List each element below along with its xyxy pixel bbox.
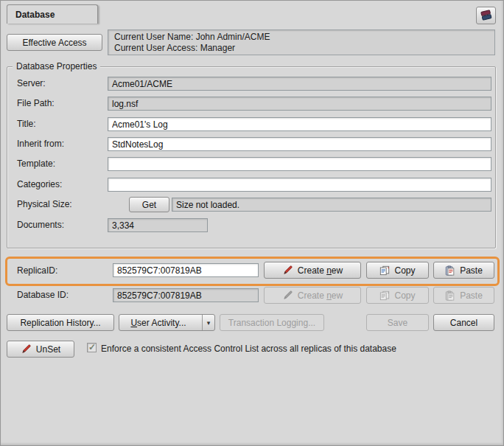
group-title: Database Properties (13, 61, 100, 72)
replica-create-new-button[interactable]: Create new (264, 262, 361, 279)
copy-icon (379, 290, 390, 301)
enforce-acl-label: Enforce a consistent Access Control List… (101, 344, 396, 354)
database-id-label: Database ID: (17, 290, 69, 300)
paste-label: Paste (460, 265, 483, 276)
replica-paste-button[interactable]: Paste (433, 262, 494, 279)
copy-label: Copy (394, 290, 415, 301)
copy-icon (379, 265, 390, 276)
transaction-logging-button: Transaction Logging... (220, 314, 324, 331)
current-user-name: Current User Name: John Admin/ACME (114, 32, 489, 43)
replica-id-label: ReplicaID: (17, 265, 57, 276)
cancel-label: Cancel (450, 318, 477, 328)
effective-access-button[interactable]: Effective Access (7, 34, 102, 51)
replication-history-label: Replication History... (20, 318, 100, 328)
replica-id-input[interactable] (113, 263, 259, 277)
properties-icon-button[interactable] (476, 7, 496, 24)
title-input[interactable] (108, 117, 491, 131)
pen-icon (282, 265, 293, 276)
pen-icon (21, 344, 32, 355)
create-new-label: Create new (298, 290, 343, 301)
enforce-acl-checkbox[interactable] (87, 343, 97, 352)
server-label: Server: (17, 78, 46, 88)
pen-icon (282, 290, 293, 301)
current-user-access: Current User Access: Manager (114, 43, 489, 54)
template-label: Template: (17, 158, 55, 169)
database-id-copy-button: Copy (366, 287, 429, 304)
chevron-down-icon[interactable]: ▾ (202, 315, 214, 330)
tab-database[interactable]: Database (7, 4, 98, 24)
file-path-label: File Path: (17, 98, 55, 108)
tab-label: Database (15, 10, 55, 20)
copy-label: Copy (394, 265, 415, 276)
get-size-button[interactable]: Get (129, 197, 169, 212)
inherit-from-input[interactable] (108, 137, 491, 151)
create-new-label: Create new (298, 265, 343, 276)
unset-label: UnSet (36, 344, 60, 355)
save-label: Save (388, 318, 407, 328)
replica-copy-button[interactable]: Copy (366, 262, 429, 279)
documents-label: Documents: (17, 220, 64, 230)
effective-access-label: Effective Access (22, 38, 86, 48)
database-properties-icon (480, 10, 493, 22)
file-path-field: log.nsf (108, 97, 491, 111)
template-input[interactable] (108, 157, 491, 171)
paste-label: Paste (460, 290, 483, 301)
user-activity-label: User Activity... (119, 315, 197, 330)
user-activity-button[interactable]: User Activity... ▾ (119, 314, 215, 331)
paste-icon (445, 265, 455, 276)
categories-label: Categories: (17, 179, 62, 189)
title-label: Title: (17, 119, 36, 129)
database-properties-window: Database Effective Access Current User N… (0, 0, 504, 446)
cancel-button[interactable]: Cancel (433, 314, 494, 331)
save-button: Save (366, 314, 429, 331)
get-label: Get (142, 200, 156, 210)
server-field: Acme01/ACME (108, 77, 491, 91)
categories-input[interactable] (108, 178, 491, 192)
database-id-field: 852579C7:007819AB (113, 288, 259, 302)
paste-icon (445, 290, 455, 301)
current-user-infobox: Current User Name: John Admin/ACME Curre… (108, 29, 495, 55)
database-id-paste-button: Paste (433, 287, 494, 304)
replication-history-button[interactable]: Replication History... (7, 314, 114, 331)
physical-size-field: Size not loaded. (172, 198, 491, 212)
transaction-logging-label: Transaction Logging... (228, 318, 315, 328)
documents-field: 3,334 (108, 218, 208, 232)
unset-button[interactable]: UnSet (7, 341, 74, 358)
database-id-create-new-button: Create new (264, 287, 361, 304)
physical-size-label: Physical Size: (17, 199, 72, 209)
inherit-from-label: Inherit from: (17, 139, 64, 149)
